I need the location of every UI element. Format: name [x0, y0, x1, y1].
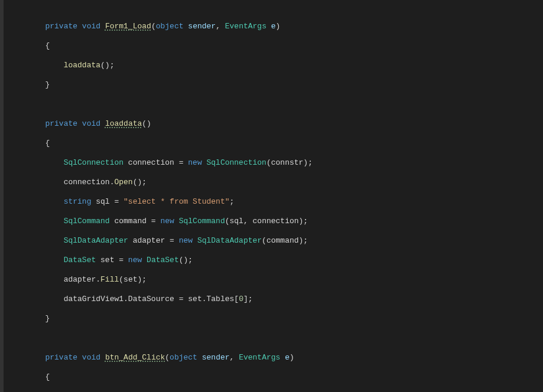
code-line: string sql = "select * from Student"; [5, 197, 543, 207]
code-line: { [5, 41, 543, 51]
code-line: private void Form1_Load(object sender, E… [5, 22, 543, 32]
code-line: private void btn_Add_Click(object sender… [5, 353, 543, 363]
code-line: private void loaddata() [5, 119, 543, 129]
editor-gutter [0, 0, 4, 392]
code-line: } [5, 80, 543, 90]
code-line: connection.Open(); [5, 178, 543, 188]
code-line: SqlConnection connection = new SqlConnec… [5, 158, 543, 168]
code-line: { [5, 373, 543, 383]
code-editor[interactable]: private void Form1_Load(object sender, E… [0, 0, 543, 392]
code-line: SqlCommand command = new SqlCommand(sql,… [5, 217, 543, 227]
code-line [5, 334, 543, 344]
code-line [5, 100, 543, 110]
code-line: DataSet set = new DataSet(); [5, 256, 543, 266]
code-line: { [5, 139, 543, 149]
code-line: loaddata(); [5, 61, 543, 71]
code-line: } [5, 314, 543, 324]
code-line: SqlDataAdapter adapter = new SqlDataAdap… [5, 236, 543, 246]
code-line: dataGridView1.DataSource = set.Tables[0]… [5, 295, 543, 305]
code-line: adapter.Fill(set); [5, 275, 543, 285]
